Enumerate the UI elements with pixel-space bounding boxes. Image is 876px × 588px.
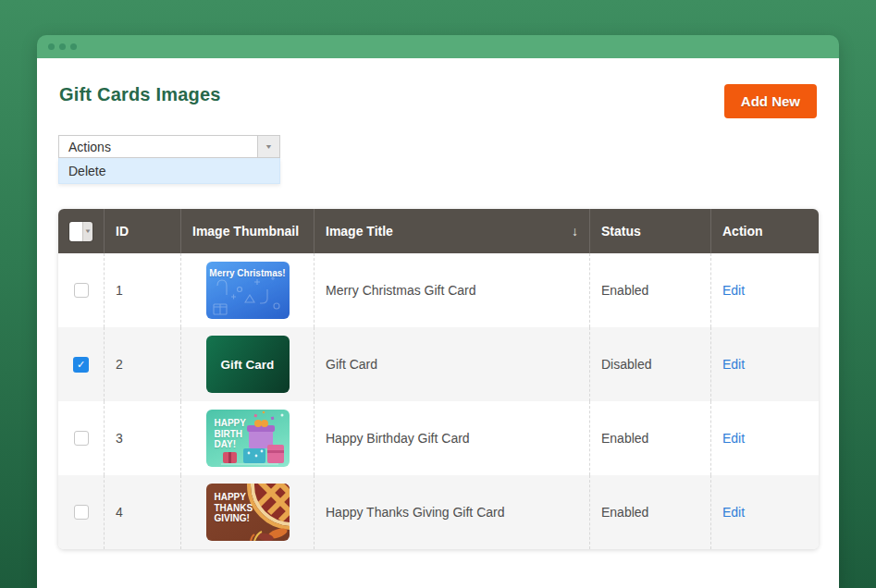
- thumbnail-gift-card: Gift Card: [206, 336, 290, 393]
- row-select-cell: ✓: [58, 327, 105, 401]
- status-cell: Disabled: [590, 327, 711, 401]
- title-cell: Merry Christmas Gift Card: [315, 253, 590, 327]
- dropdown-caret-button[interactable]: ▼: [257, 135, 280, 158]
- row-checkbox[interactable]: ✓: [74, 431, 89, 446]
- id-cell: 4: [105, 475, 181, 549]
- thumbnail-happy-thanksgiving: HAPPY THANKS GIVING!: [206, 484, 290, 541]
- header-cell-image-thumbnail[interactable]: Image Thumbnail: [181, 209, 315, 253]
- id-cell: 2: [105, 327, 181, 401]
- sort-descending-icon[interactable]: ↓: [572, 224, 578, 239]
- select-all-control[interactable]: ▼: [69, 222, 93, 241]
- table-header-row: ▼ ID Image Thumbnail Image Title ↓ Statu…: [58, 209, 819, 253]
- row-checkbox[interactable]: ✓: [74, 283, 89, 298]
- thumbnail-merry-christmas: Merry Christmas!: [206, 262, 290, 319]
- window-titlebar: [37, 35, 839, 58]
- table-row: ✓ 4: [58, 475, 819, 549]
- header-cell-select: ▼: [58, 209, 105, 253]
- select-all-checkbox[interactable]: [69, 222, 82, 241]
- title-cell: Gift Card: [315, 327, 590, 401]
- window-control-dot[interactable]: [48, 43, 55, 50]
- thumbnail-caption: Merry Christmas!: [206, 268, 290, 278]
- thumbnail-caption: HAPPY BIRTH DAY!: [215, 418, 246, 450]
- thumbnail-cell: Gift Card: [181, 327, 315, 401]
- select-all-caret[interactable]: ▼: [82, 222, 93, 241]
- edit-link[interactable]: Edit: [722, 431, 745, 446]
- row-select-cell: ✓: [58, 401, 105, 475]
- edit-link[interactable]: Edit: [722, 505, 745, 520]
- gift-cards-table: ▼ ID Image Thumbnail Image Title ↓ Statu…: [58, 209, 819, 549]
- app-window: Gift Cards Images Add New Actions ▼ Dele…: [37, 35, 839, 588]
- actions-dropdown[interactable]: Actions ▼: [58, 135, 280, 158]
- chevron-down-icon: ▼: [265, 143, 273, 151]
- header-cell-image-title[interactable]: Image Title ↓: [315, 209, 590, 253]
- header-label: Image Title: [326, 224, 393, 239]
- chevron-down-icon: ▼: [84, 228, 92, 234]
- table-row: ✓ 1: [58, 253, 819, 327]
- add-new-button[interactable]: Add New: [724, 84, 817, 118]
- row-select-cell: ✓: [58, 475, 105, 549]
- thumbnail-happy-birthday: HAPPY BIRTH DAY!: [206, 410, 290, 467]
- edit-link[interactable]: Edit: [722, 283, 745, 298]
- thumbnail-caption: Gift Card: [206, 336, 290, 393]
- edit-link[interactable]: Edit: [722, 357, 745, 372]
- thumbnail-cell: HAPPY THANKS GIVING!: [181, 475, 315, 549]
- status-cell: Enabled: [590, 475, 711, 549]
- row-checkbox-checked[interactable]: ✓: [73, 357, 89, 373]
- id-cell: 3: [105, 401, 181, 475]
- status-cell: Enabled: [590, 253, 711, 327]
- status-cell: Enabled: [590, 401, 711, 475]
- header-cell-action[interactable]: Action: [711, 209, 819, 253]
- title-cell: Happy Birthday Gift Card: [315, 401, 590, 475]
- table-row: ✓ 2 Gift Card Gift Card Disabled Edit: [58, 327, 819, 401]
- window-control-dot[interactable]: [70, 43, 77, 50]
- title-cell: Happy Thanks Giving Gift Card: [315, 475, 590, 549]
- row-select-cell: ✓: [58, 253, 105, 327]
- window-content: Gift Cards Images Add New Actions ▼ Dele…: [37, 58, 839, 588]
- thumbnail-caption: HAPPY THANKS GIVING!: [215, 492, 253, 524]
- row-checkbox[interactable]: ✓: [74, 505, 89, 520]
- thumbnail-cell: HAPPY BIRTH DAY!: [181, 401, 315, 475]
- actions-dropdown-value[interactable]: Actions: [58, 135, 257, 158]
- id-cell: 1: [105, 253, 181, 327]
- menu-item-delete[interactable]: Delete: [59, 158, 279, 183]
- header-cell-status[interactable]: Status: [590, 209, 711, 253]
- check-icon: ✓: [77, 359, 85, 371]
- table-row: ✓ 3: [58, 401, 819, 475]
- actions-dropdown-menu: Delete: [58, 158, 280, 184]
- header-cell-id[interactable]: ID: [105, 209, 181, 253]
- desktop-background: Gift Cards Images Add New Actions ▼ Dele…: [0, 0, 876, 588]
- window-control-dot[interactable]: [59, 43, 66, 50]
- page-title: Gift Cards Images: [59, 84, 221, 105]
- thumbnail-cell: Merry Christmas!: [181, 253, 315, 327]
